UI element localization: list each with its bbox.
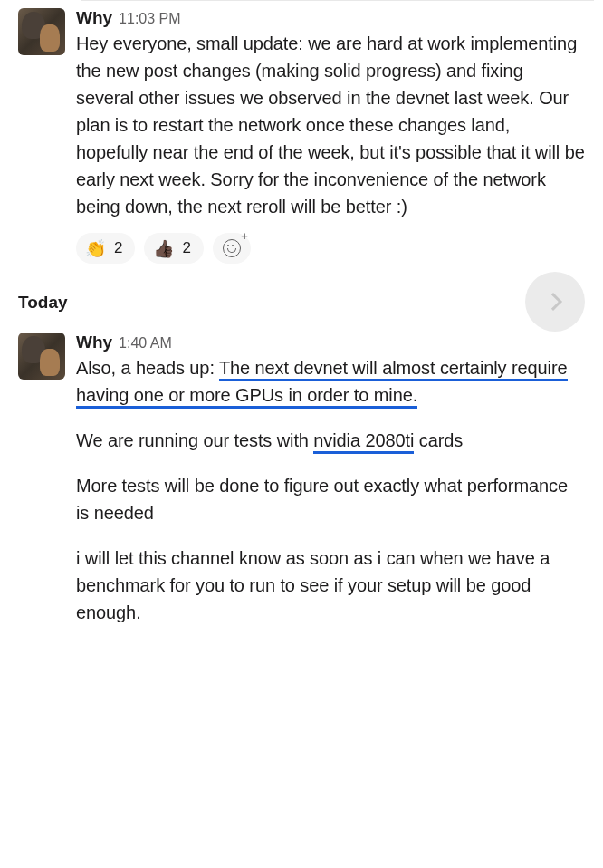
message-header: Why 1:40 AM bbox=[76, 333, 585, 352]
message-paragraph: i will let this channel know as soon as … bbox=[76, 545, 585, 626]
message-paragraph: We are running our tests with nvidia 208… bbox=[76, 427, 585, 454]
message-body: Also, a heads up: The next devnet will a… bbox=[76, 354, 585, 626]
timestamp[interactable]: 1:40 AM bbox=[119, 335, 172, 352]
message-item: Why 11:03 PM Hey everyone, small update:… bbox=[0, 1, 603, 278]
date-divider: Today bbox=[0, 278, 603, 325]
message-paragraph: More tests will be done to figure out ex… bbox=[76, 472, 585, 526]
message-item: Why 1:40 AM Also, a heads up: The next d… bbox=[0, 325, 603, 630]
message-header: Why 11:03 PM bbox=[76, 8, 585, 28]
message-content: Why 1:40 AM Also, a heads up: The next d… bbox=[76, 333, 585, 626]
reaction-count: 2 bbox=[114, 239, 122, 257]
reaction-thumbs-up[interactable]: 👍🏿 2 bbox=[144, 233, 203, 264]
message-body: Hey everyone, small update: we are hard … bbox=[76, 30, 585, 220]
message-content: Why 11:03 PM Hey everyone, small update:… bbox=[76, 8, 585, 275]
plus-icon: + bbox=[241, 230, 248, 242]
avatar[interactable] bbox=[18, 8, 65, 55]
timestamp[interactable]: 11:03 PM bbox=[119, 11, 180, 27]
clap-icon: 👏 bbox=[85, 240, 107, 257]
avatar[interactable] bbox=[18, 333, 65, 380]
reaction-clap[interactable]: 👏 2 bbox=[76, 233, 135, 264]
reaction-count: 2 bbox=[182, 239, 190, 257]
highlighted-text: nvidia 2080ti bbox=[313, 430, 414, 454]
add-reaction-button[interactable]: + bbox=[213, 233, 251, 264]
message-paragraph: Also, a heads up: The next devnet will a… bbox=[76, 354, 585, 409]
date-label: Today bbox=[18, 293, 68, 313]
thumbs-up-icon: 👍🏿 bbox=[153, 240, 175, 257]
chevron-right-icon bbox=[544, 293, 562, 311]
scroll-right-button[interactable] bbox=[525, 272, 585, 332]
smiley-plus-icon bbox=[223, 239, 241, 257]
reactions-bar: 👏 2 👍🏿 2 + bbox=[76, 233, 585, 264]
author-name[interactable]: Why bbox=[76, 333, 112, 352]
author-name[interactable]: Why bbox=[76, 8, 112, 28]
